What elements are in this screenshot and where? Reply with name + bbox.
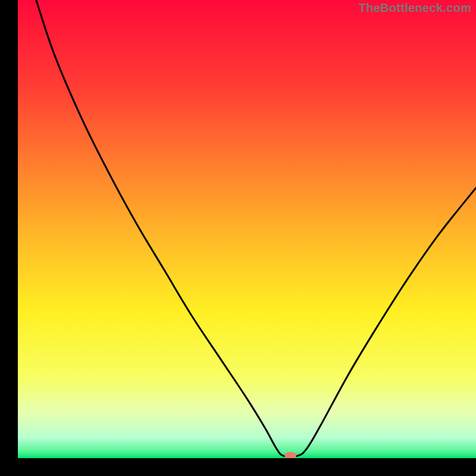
chart-stage: TheBottleneck.com	[0, 0, 476, 476]
gradient-background	[18, 0, 476, 458]
chart-svg	[18, 0, 476, 458]
plot-area	[18, 0, 476, 458]
